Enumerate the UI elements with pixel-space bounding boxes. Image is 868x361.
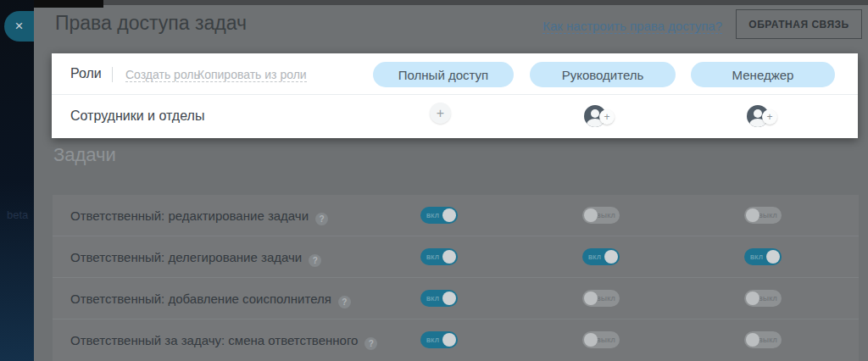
employees-row: Сотрудники и отделы + + + — [52, 95, 858, 137]
task-permission-text: Ответственный: добавление соисполнителя — [70, 292, 331, 306]
toggle-state-label: ВЫКЛ — [597, 337, 615, 343]
toggle-knob — [746, 292, 760, 305]
toggle-knob — [766, 250, 780, 264]
toggle-knob — [442, 292, 456, 305]
toggle-knob — [746, 208, 760, 222]
toggle-knob — [442, 250, 456, 264]
beta-label: beta — [7, 208, 28, 221]
toggle-state-label: ВЫКЛ — [759, 296, 777, 302]
role-tab-full-access[interactable]: Полный доступ — [373, 62, 514, 87]
toggle-knob — [584, 292, 598, 305]
roles-label: Роли — [70, 66, 102, 81]
toggle-knob — [746, 333, 760, 347]
page-title: Права доступа задач — [55, 12, 247, 35]
toggle-knob — [442, 208, 456, 222]
toggle-manager[interactable]: ВЫКЛ — [744, 331, 782, 348]
toggle-full-access[interactable]: ВКЛ — [420, 331, 458, 348]
toggle-state-label: ВКЛ — [426, 296, 439, 302]
task-permissions-screen: beta × Права доступа задач Как настроить… — [0, 0, 868, 361]
add-member-button-supervisor[interactable]: + — [584, 105, 618, 129]
toggle-manager[interactable]: ВЫКЛ — [744, 290, 782, 307]
task-permission-text: Ответственный: редактирование задачи — [70, 208, 309, 223]
task-permission-label: Ответственный за задачу: смена ответстве… — [70, 333, 377, 350]
task-permission-row: Ответственный за задачу: смена ответстве… — [53, 319, 859, 361]
role-tab-manager[interactable]: Менеджер — [691, 62, 835, 87]
toggle-full-access[interactable]: ВКЛ — [420, 248, 458, 265]
task-permission-row: Ответственный: редактирование задачи?ВКЛ… — [53, 195, 859, 236]
task-permission-label: Ответственный: делегирование задачи? — [70, 250, 321, 267]
toggle-manager[interactable]: ВЫКЛ — [744, 207, 782, 224]
toggle-supervisor[interactable]: ВЫКЛ — [582, 207, 620, 224]
task-permission-text: Ответственный за задачу: смена ответстве… — [70, 333, 358, 347]
close-icon: × — [4, 11, 34, 42]
task-permission-row: Ответственный: делегирование задачи?ВКЛВ… — [53, 236, 859, 278]
toggle-state-label: ВКЛ — [426, 254, 439, 260]
divider — [112, 67, 113, 82]
plus-icon: + — [762, 109, 777, 125]
feedback-button[interactable]: ОБРАТНАЯ СВЯЗЬ — [736, 9, 862, 39]
toggle-state-label: ВЫКЛ — [759, 213, 777, 219]
toggle-state-label: ВКЛ — [588, 254, 601, 260]
toggle-full-access[interactable]: ВКЛ — [420, 207, 458, 224]
toggle-state-label: ВКЛ — [426, 337, 439, 343]
toggle-state-label: ВЫКЛ — [597, 213, 615, 219]
panel-top-edge-dark — [34, 0, 103, 8]
toggle-knob — [584, 208, 598, 222]
add-member-button-full-access[interactable]: + — [430, 103, 451, 124]
copy-role-link[interactable]: Копировать из роли — [198, 68, 307, 82]
tasks-permission-list: Ответственный: редактирование задачи?ВКЛ… — [53, 195, 859, 361]
help-icon[interactable]: ? — [315, 213, 328, 225]
toggle-supervisor[interactable]: ВЫКЛ — [582, 290, 620, 307]
toggle-knob — [604, 250, 618, 264]
toggle-knob — [584, 333, 598, 347]
employees-label: Сотрудники и отделы — [70, 108, 204, 124]
toggle-supervisor[interactable]: ВКЛ — [582, 248, 620, 265]
help-icon[interactable]: ? — [338, 296, 351, 308]
roles-card: Роли Создать роль Копировать из роли Пол… — [52, 53, 858, 138]
app-sidebar: beta — [0, 0, 34, 361]
create-role-link[interactable]: Создать роль — [125, 68, 200, 82]
task-permission-label: Ответственный: добавление соисполнителя? — [70, 292, 351, 308]
task-permission-label: Ответственный: редактирование задачи? — [70, 208, 328, 225]
panel-top-edge — [34, 0, 868, 5]
roles-row: Роли Создать роль Копировать из роли Пол… — [52, 53, 858, 95]
toggle-manager[interactable]: ВКЛ — [744, 248, 782, 265]
task-permission-text: Ответственный: делегирование задачи — [70, 250, 302, 264]
slider-panel: Права доступа задач Как настроить права … — [34, 0, 868, 361]
role-tab-supervisor[interactable]: Руководитель — [530, 62, 676, 87]
toggle-state-label: ВКЛ — [750, 254, 763, 260]
toggle-state-label: ВЫКЛ — [597, 296, 615, 302]
toggle-state-label: ВКЛ — [426, 213, 439, 219]
close-button[interactable]: × — [4, 11, 34, 42]
add-member-button-manager[interactable]: + — [747, 105, 781, 129]
help-icon[interactable]: ? — [309, 254, 321, 267]
plus-icon: + — [599, 109, 615, 125]
toggle-knob — [442, 333, 456, 347]
help-icon[interactable]: ? — [364, 337, 377, 350]
help-link[interactable]: Как настроить права доступа? — [542, 19, 722, 34]
toggle-supervisor[interactable]: ВЫКЛ — [582, 331, 620, 348]
toggle-full-access[interactable]: ВКЛ — [420, 290, 458, 307]
tasks-section-title: Задачи — [53, 144, 116, 166]
toggle-state-label: ВЫКЛ — [759, 337, 777, 343]
task-permission-row: Ответственный: добавление соисполнителя?… — [53, 278, 859, 319]
